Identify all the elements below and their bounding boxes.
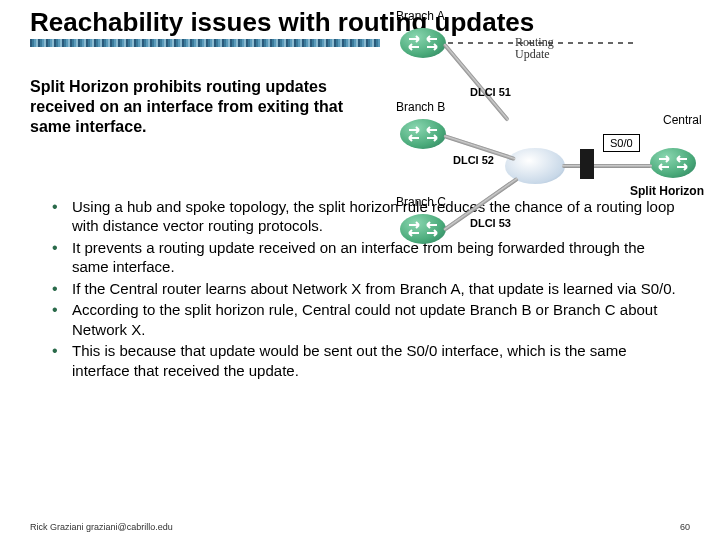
router-icon — [400, 214, 446, 244]
split-horizon-label: Split Horizon — [630, 184, 704, 198]
footer-author: Rick Graziani graziani@cabrillo.edu — [30, 522, 173, 532]
page-number: 60 — [680, 522, 690, 532]
router-icon — [650, 148, 696, 178]
routing-update-label: Routing Update — [515, 36, 565, 60]
split-horizon-block-icon — [580, 149, 594, 179]
footer: Rick Graziani graziani@cabrillo.edu 60 — [30, 522, 690, 532]
router-icon — [400, 28, 446, 58]
branch-c-label: Branch C — [396, 195, 446, 209]
branch-a-label: Branch A — [396, 9, 445, 23]
routing-update-text: Routing Update — [515, 36, 565, 60]
slide-subtitle: Split Horizon prohibits routing updates … — [30, 77, 360, 137]
title-underline — [30, 39, 380, 47]
branch-b-label: Branch B — [396, 100, 445, 114]
slide: Reachability issues with routing updates… — [0, 0, 720, 540]
pvc-line — [562, 164, 652, 168]
topology-diagram: Branch A Branch B Branch C Central Routi… — [380, 6, 710, 256]
dlci-53-label: DLCI 53 — [470, 217, 511, 229]
bullet-item: According to the split horizon rule, Cen… — [72, 300, 690, 339]
central-label: Central — [663, 113, 702, 127]
pvc-line — [442, 43, 509, 122]
dlci-52-label: DLCI 52 — [453, 154, 494, 166]
bullet-item: If the Central router learns about Netwo… — [72, 279, 690, 299]
interface-label: S0/0 — [603, 134, 640, 152]
bullet-item: This is because that update would be sen… — [72, 341, 690, 380]
router-icon — [400, 119, 446, 149]
dlci-51-label: DLCI 51 — [470, 86, 511, 98]
